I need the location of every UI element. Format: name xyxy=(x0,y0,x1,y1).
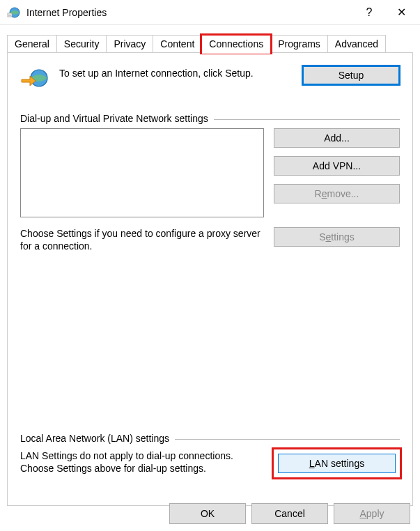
internet-options-icon xyxy=(7,6,21,20)
add-label: Add... xyxy=(324,132,350,144)
window-title: Internet Properties xyxy=(26,7,353,18)
tab-privacy[interactable]: Privacy xyxy=(106,35,153,53)
help-button[interactable]: ? xyxy=(353,1,385,24)
lan-help-text: LAN Settings do not apply to dial-up con… xyxy=(20,449,264,475)
dialup-help-text: Choose Settings if you need to configure… xyxy=(20,227,264,252)
lan-settings-button[interactable]: LAN settings xyxy=(278,454,396,473)
remove-connection-button: Remove... xyxy=(274,184,400,203)
dialup-group-label-text: Dial-up and Virtual Private Network sett… xyxy=(20,113,208,124)
apply-label: Apply xyxy=(359,508,384,519)
connections-listbox[interactable] xyxy=(20,128,264,217)
titlebar: Internet Properties ? ✕ xyxy=(0,0,420,25)
dialup-side-buttons: Add... Add VPN... Remove... xyxy=(274,128,400,203)
svg-rect-1 xyxy=(8,13,12,17)
ok-button[interactable]: OK xyxy=(169,503,246,524)
connection-wizard-icon xyxy=(20,66,49,95)
tab-programs[interactable]: Programs xyxy=(270,35,328,53)
cancel-button[interactable]: Cancel xyxy=(251,503,328,524)
setup-row: To set up an Internet connection, click … xyxy=(20,66,400,95)
setup-button[interactable]: Setup xyxy=(302,66,400,85)
tab-advanced[interactable]: Advanced xyxy=(327,35,386,53)
dialup-help-row: Choose Settings if you need to configure… xyxy=(20,227,400,252)
close-button[interactable]: ✕ xyxy=(385,1,417,24)
tab-content[interactable]: Content xyxy=(153,35,202,53)
add-vpn-label: Add VPN... xyxy=(313,160,361,171)
lan-group-label-text: Local Area Network (LAN) settings xyxy=(20,433,169,444)
lan-row: LAN Settings do not apply to dial-up con… xyxy=(20,449,400,477)
connection-settings-button: Settings xyxy=(274,227,400,247)
add-vpn-button[interactable]: Add VPN... xyxy=(274,156,400,176)
lan-settings-label: LAN settings xyxy=(309,458,364,469)
setup-intro-text: To set up an Internet connection, click … xyxy=(59,66,293,79)
dialup-area: Add... Add VPN... Remove... xyxy=(20,128,400,217)
remove-label: Remove... xyxy=(315,188,359,199)
divider xyxy=(214,119,400,120)
lan-group-label: Local Area Network (LAN) settings xyxy=(20,433,400,444)
lan-button-highlight: LAN settings xyxy=(274,449,400,477)
tab-strip: General Security Privacy Content Connect… xyxy=(0,25,420,53)
apply-button: Apply xyxy=(334,503,410,524)
dialog-button-row: OK Cancel Apply xyxy=(169,503,410,524)
settings-label: Settings xyxy=(319,231,355,243)
tab-security[interactable]: Security xyxy=(56,35,107,53)
dialup-group-label: Dial-up and Virtual Private Network sett… xyxy=(20,113,400,124)
add-connection-button[interactable]: Add... xyxy=(274,128,400,148)
tab-connections[interactable]: Connections xyxy=(201,35,271,53)
tab-general[interactable]: General xyxy=(7,35,57,53)
connections-panel: To set up an Internet connection, click … xyxy=(7,53,413,506)
divider xyxy=(175,439,400,440)
lan-group: Local Area Network (LAN) settings LAN Se… xyxy=(20,433,400,477)
